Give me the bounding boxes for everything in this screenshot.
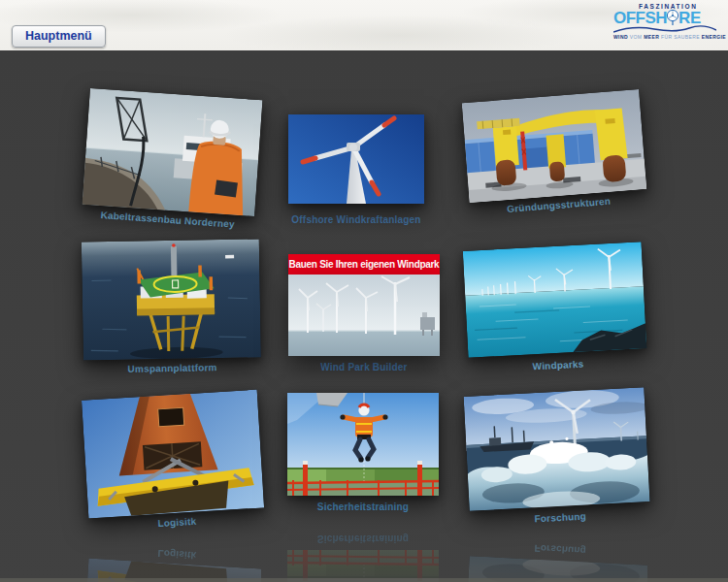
logo-tagline: WIND VOM MEER FÜR SAUBERE ENERGIE [613,34,718,40]
reflection-forschung: Forschung [467,532,647,582]
tile-caption: Logisitk [157,516,197,529]
wind-turbine-icon [666,10,679,27]
menu-tile-kabeltrassenbau[interactable]: Kabeltrassenbau Norderney [82,88,263,231]
tile-caption: Sicherheitstraining [317,501,409,512]
menu-tile-forschung[interactable]: Forschung [464,387,651,528]
header-bar: Hauptmenü FASZINATION OFFSHRE WIND VOM M… [0,0,728,51]
menu-tile-gruendungsstrukturen[interactable]: Gründungsstrukturen [462,89,648,217]
menu-tile-windparks[interactable]: Windparks [463,242,647,374]
menu-tile-logistik[interactable]: Logisitk [82,390,265,534]
tile-caption: Offshore Windkraftanlagen [291,214,420,225]
faszination-offshore-logo: FASZINATION OFFSHRE WIND VOM MEER FÜR SA… [613,3,718,48]
menu-tile-sicherheitstraining[interactable]: Sicherheitstraining [287,393,439,512]
menu-tile-windkraftanlagen[interactable]: Offshore Windkraftanlagen [288,114,424,225]
tile-caption: Logisitk [157,548,197,561]
photo-sicherheitstraining [287,393,439,496]
menu-tile-umspannplattform[interactable]: Umspannplattform [82,239,261,374]
tile-caption: Umspannplattform [127,362,216,374]
tile-caption: Forschung [534,511,586,525]
menu-tile-forschung[interactable]: Forschung [464,539,651,582]
photo-gruendungsstrukturen [462,89,647,203]
photo-umspannplattform [82,239,261,360]
photo-logistik [82,390,264,519]
bottom-edge-strip [0,578,728,582]
reflection-sicherheitstraining: Sicherheitstraining [287,521,439,582]
tile-caption: Wind Park Builder [320,362,407,372]
menu-tile-windparkbuilder[interactable]: Bauen Sie Ihren eigenen Windpark [288,254,440,372]
reflection-logistik: Logisitk [85,536,261,582]
main-menu-button[interactable]: Hauptmenü [12,25,106,48]
tile-caption: Sicherheitstraining [317,534,409,544]
photo-kabeltrassenbau [83,88,263,216]
windpark-builder-banner: Bauen Sie Ihren eigenen Windpark [288,254,440,275]
tile-caption: Forschung [534,543,586,557]
photo-windparks [463,242,647,357]
photo-windparkbuilder [288,275,440,356]
menu-tile-logistik[interactable]: Logisitk [82,544,265,582]
photo-forschung [464,387,650,511]
tile-caption: Windparks [532,359,583,372]
menu-tile-sicherheitstraining[interactable]: Sicherheitstraining [287,534,439,582]
photo-windkraftanlagen [288,114,424,204]
main-menu-grid: Kabeltrassenbau Norderney Offsho [0,50,728,582]
